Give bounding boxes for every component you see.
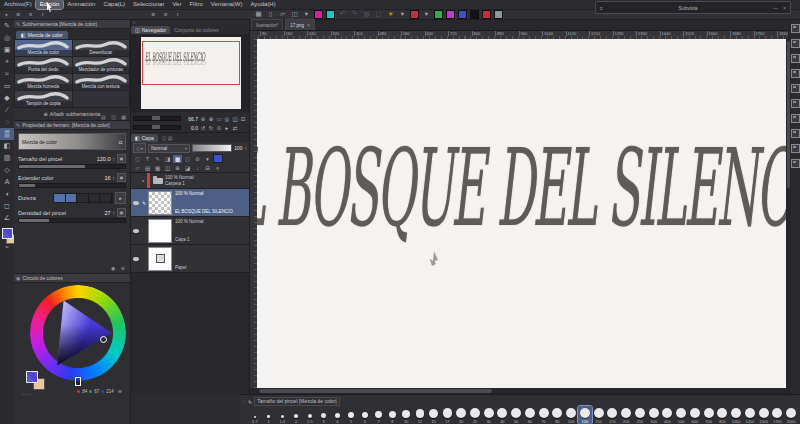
brush-size-250[interactable]: 250 <box>633 406 647 424</box>
tab-navegador[interactable]: ◫ Navegador <box>131 26 170 34</box>
new-layer-icon[interactable]: ▱ <box>133 164 142 172</box>
reset-rotation-icon[interactable]: ⊙ <box>215 125 223 131</box>
brush-size-12[interactable]: 12 <box>413 406 427 424</box>
brush-size-25[interactable]: 25 <box>468 406 482 424</box>
menu-item-ayuda-h[interactable]: Ayuda(H) <box>246 0 279 9</box>
menu-item-animacion[interactable]: Animación <box>63 0 99 9</box>
material-chip-black[interactable] <box>470 10 479 19</box>
fill-tool-icon[interactable]: ◧ <box>0 140 14 152</box>
material-chip-purple[interactable] <box>446 10 455 19</box>
rotate-right-icon[interactable]: ↻ <box>207 125 215 131</box>
brush-size-2000[interactable]: 2000 <box>784 406 798 424</box>
close-button[interactable]: × <box>782 5 787 11</box>
subtool-item-mezclador-de-pinturas[interactable]: Mezclador de pinturas <box>73 57 130 73</box>
new-folder-icon[interactable]: ▦ <box>153 164 162 172</box>
gradient-tool-icon[interactable]: ▥ <box>0 152 14 164</box>
menu-item-ventana-w[interactable]: Ventana(W) <box>207 0 247 9</box>
edit-layer-icon[interactable]: ✎ <box>153 155 162 163</box>
layer-row-el-bosque-del-silencio[interactable]: ✎100 % NormalEL BOSQUE DEL SILENCIO <box>131 189 249 217</box>
chevron-icon[interactable]: ‹ <box>173 10 182 19</box>
slider-option-button[interactable]: ▣ <box>117 173 126 182</box>
blend-tool-icon[interactable]: ▒ <box>0 128 14 140</box>
panel-footer-icons[interactable]: ◉ ⊛ <box>111 265 127 271</box>
layer-visibility-toggle[interactable] <box>131 201 140 205</box>
flip-vertical-icon[interactable]: ⇄ <box>231 125 239 131</box>
slider-option-button[interactable]: ▣ <box>117 208 126 217</box>
slider-track[interactable] <box>18 183 126 188</box>
text-layer-icon[interactable]: T <box>143 155 152 163</box>
brush-size-170[interactable]: 170 <box>606 406 620 424</box>
lock-icon[interactable]: ◘ <box>119 139 122 145</box>
material-chip-red[interactable] <box>410 10 419 19</box>
pen2-tool-icon[interactable]: ∕ <box>0 104 14 116</box>
layer-visibility-toggle[interactable] <box>131 229 140 233</box>
ruler-icon[interactable]: ⊘ <box>193 155 202 163</box>
balloon-tool-icon[interactable]: ◖ <box>0 188 14 200</box>
open-file-icon[interactable]: ▱ <box>278 10 287 19</box>
layer-thumbnail[interactable] <box>148 219 172 243</box>
material-image-panel-icon[interactable] <box>791 69 800 78</box>
actual-size-icon[interactable]: ◎ <box>223 116 231 122</box>
material-chip-darkred[interactable] <box>482 10 491 19</box>
brush-size-17[interactable]: 17 <box>441 406 455 424</box>
brush-size-1000[interactable]: 1000 <box>729 406 743 424</box>
canvas[interactable]: EL BOSQUE DEL SILENCIO <box>257 39 786 388</box>
save-dropdown-icon[interactable]: ▾ <box>302 10 311 19</box>
ruler-tool-icon[interactable]: ∠ <box>0 212 14 224</box>
doc-tab-17png[interactable]: 17.png × <box>285 19 315 30</box>
chevron-left-icon[interactable]: ‹ <box>38 10 47 19</box>
hamburger-icon[interactable]: ≡ <box>149 10 158 19</box>
chip-dropdown-icon[interactable]: ▾ <box>422 10 431 19</box>
color-marker[interactable] <box>100 336 107 343</box>
brush-size-200[interactable]: 200 <box>619 406 633 424</box>
navigator-preview[interactable]: EL BOSQUE DEL SILENCIO EL BOSQUE DEL SIL… <box>131 34 249 112</box>
redo-icon[interactable]: ↷ <box>350 10 359 19</box>
collapse-icon[interactable]: « <box>161 10 170 19</box>
brush-size-7[interactable]: 7 <box>372 406 386 424</box>
save-icon[interactable]: ◫ <box>290 10 299 19</box>
brush-size-40[interactable]: 40 <box>496 406 510 424</box>
merge-down-icon[interactable]: ⊕ <box>173 164 182 172</box>
workspace-grid-icon[interactable]: ▦ <box>254 10 263 19</box>
spinner-icon[interactable]: ↕ <box>113 156 116 162</box>
rotate-slider[interactable] <box>133 125 181 130</box>
material-primitive-panel-icon[interactable] <box>791 114 800 123</box>
brush-size-5[interactable]: 5 <box>344 406 358 424</box>
doc-tab-ilustracion[interactable]: Ilustración* <box>251 19 283 30</box>
brush-size-120[interactable]: 120 <box>578 406 592 424</box>
brush-size-1-5[interactable]: 1.5 <box>276 406 290 424</box>
dropdown-icon[interactable]: ▾ <box>203 155 212 163</box>
text-tool-icon[interactable]: A <box>0 176 14 188</box>
duplicate-layer-icon[interactable]: ◫ <box>163 164 172 172</box>
mask-layer-icon[interactable]: ◪ <box>183 164 192 172</box>
brush-size-30[interactable]: 30 <box>482 406 496 424</box>
swatch-mini-icons[interactable]: ◦◦◦◦ <box>22 391 33 397</box>
close-tab-icon[interactable]: × <box>307 22 310 28</box>
combine-icon[interactable]: ⊟ <box>203 164 212 172</box>
brush-size-400[interactable]: 400 <box>661 406 675 424</box>
tab-layer-extra[interactable]: ◫ ▤ <box>158 134 177 142</box>
layer-opacity-slider[interactable] <box>192 144 232 152</box>
opacity-spinner-icon[interactable]: ↕ <box>245 145 248 151</box>
brush-size-2[interactable]: 2 <box>289 406 303 424</box>
eyedropper-tool-icon[interactable]: ◆ <box>0 92 14 104</box>
add-color-icon[interactable]: ⊕ <box>118 388 122 394</box>
subvista-window[interactable]: ≡ Subvista — × <box>595 1 791 14</box>
material-chip-blue[interactable] <box>458 10 467 19</box>
foreground-color-swatch[interactable] <box>2 228 13 239</box>
brush-size-150[interactable]: 150 <box>592 406 606 424</box>
material-chip-magenta[interactable] <box>314 10 323 19</box>
mask-icon[interactable]: ◻ <box>183 155 192 163</box>
reset-view-icon[interactable]: ⊡ <box>239 116 247 122</box>
menu-item-filtro[interactable]: Filtro <box>185 0 206 9</box>
hue-marker[interactable] <box>75 377 81 386</box>
subtool-item-mezcla-con-textura[interactable]: Mezcla con textura <box>73 74 130 90</box>
slider-track[interactable] <box>18 218 126 223</box>
brush-size-4[interactable]: 4 <box>331 406 345 424</box>
menu-item-archivo-f[interactable]: Archivo(F) <box>0 0 36 9</box>
minimize-button[interactable]: — <box>772 5 779 11</box>
brush-size-2-5[interactable]: 2.5 <box>303 406 317 424</box>
zoom-tool-icon[interactable]: ◎ <box>0 32 14 44</box>
subtool-item-tampon-de-copia[interactable]: Tampón de copia <box>15 91 72 107</box>
tab-conjunto-de-colores[interactable]: Conjunto de colores <box>170 26 222 34</box>
